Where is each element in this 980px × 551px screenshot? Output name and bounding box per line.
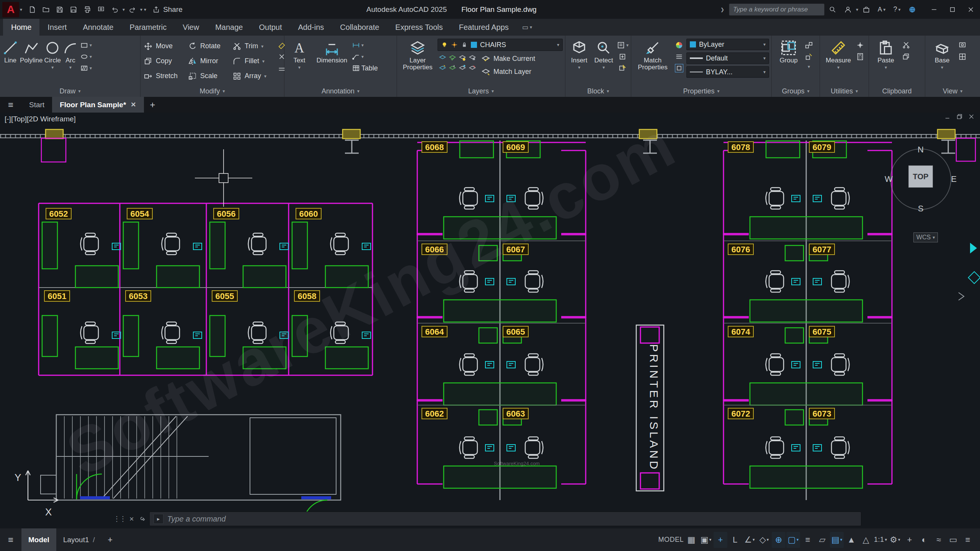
autoscale-icon[interactable]: △ (859, 532, 873, 548)
open-file-button[interactable] (40, 3, 52, 16)
room-label[interactable]: 6073 (809, 408, 835, 419)
tab-view[interactable]: View (175, 19, 207, 36)
desk[interactable] (785, 245, 804, 261)
close-tab-icon[interactable]: ✕ (131, 101, 136, 109)
edit-attributes-button[interactable]: ▾ (617, 41, 629, 49)
viewport-config-button[interactable] (958, 52, 967, 61)
make-current-button[interactable]: Make Current (481, 53, 535, 64)
arc-button[interactable]: Arc ▾ (62, 39, 78, 85)
room-label[interactable]: 6052 (46, 208, 71, 219)
command-customize-wrench-icon[interactable] (138, 515, 145, 523)
dynamic-input-icon[interactable]: + (714, 532, 727, 548)
room-label[interactable]: 6074 (728, 326, 753, 337)
panel-label-clipboard[interactable]: Clipboard (869, 85, 925, 97)
tab-add-ins[interactable]: Add-ins (290, 19, 332, 36)
save-as-button[interactable] (67, 3, 80, 16)
layer-select[interactable]: CHAIRS ▾ (438, 39, 563, 51)
help-button[interactable]: ?▾ (890, 3, 904, 16)
desk[interactable] (750, 466, 862, 488)
room-label[interactable]: 6055 (212, 291, 237, 301)
panel-label-properties[interactable]: Properties▾ (631, 85, 771, 97)
group-edit-button[interactable] (805, 52, 813, 61)
panel-label-utilities[interactable]: Utilities▾ (820, 85, 869, 97)
object-color-select[interactable]: ByLayer▾ (686, 39, 769, 50)
chevron-down-icon[interactable]: ▾ (122, 7, 125, 12)
panel-label-annotation[interactable]: Annotation▾ (284, 85, 397, 97)
layer-state-icon[interactable] (449, 64, 456, 72)
clean-screen-icon[interactable]: ▭ (946, 532, 960, 548)
viewport-controls-label[interactable]: [-][Top][2D Wireframe] (5, 115, 76, 123)
polar-tracking-icon[interactable]: ∠▾ (743, 532, 756, 548)
customization-icon[interactable]: ≡ (961, 532, 975, 548)
drawing-minimize-icon[interactable] (944, 113, 951, 120)
base-view-button[interactable]: Base ▾ (928, 39, 957, 85)
viewcube-top-face[interactable]: TOP (908, 165, 933, 188)
layer-state-icon[interactable] (469, 54, 476, 62)
viewcube-east[interactable]: E (951, 174, 957, 184)
panel-label-block[interactable]: Block▾ (565, 85, 631, 97)
desk[interactable] (479, 410, 497, 425)
linear-dimension-button[interactable]: ▾ (352, 41, 364, 49)
quick-properties-icon[interactable] (675, 64, 683, 72)
panel-label-view[interactable]: View▾ (925, 85, 980, 97)
application-menu-button[interactable]: A (2, 2, 19, 17)
chevron-down-icon[interactable]: ▾ (856, 7, 858, 12)
lineweight-icon[interactable]: ≡ (801, 532, 815, 548)
desk[interactable] (750, 383, 862, 405)
create-block-button[interactable] (618, 52, 627, 61)
desk[interactable] (444, 300, 556, 322)
sign-in-button[interactable] (841, 3, 855, 16)
tab-insert[interactable]: Insert (39, 19, 75, 36)
match-layer-button[interactable]: Match Layer (481, 66, 535, 77)
match-properties-button[interactable]: Match Properties (634, 39, 672, 85)
tab-start[interactable]: Start (21, 97, 52, 113)
viewcube-south[interactable]: S (918, 204, 924, 214)
desk[interactable] (750, 300, 862, 322)
layer-state-icon[interactable] (449, 54, 456, 62)
layout1-tab[interactable]: Layout1/ (56, 528, 102, 551)
desk[interactable] (210, 316, 225, 356)
block-editor-button[interactable] (618, 64, 627, 72)
tab-output[interactable]: Output (251, 19, 290, 36)
room-label[interactable]: 6067 (503, 244, 528, 255)
room-label[interactable]: 6068 (422, 142, 447, 152)
circle-button[interactable]: Circle ▾ (44, 39, 61, 85)
room-label[interactable]: 6063 (503, 408, 528, 419)
selection-cycling-icon[interactable]: ▤▾ (830, 532, 844, 548)
desk[interactable] (243, 347, 286, 369)
drawing-close-icon[interactable] (968, 113, 975, 120)
annotation-scale-button[interactable]: 1:1▾ (874, 532, 887, 548)
autodesk-apps-button[interactable]: A▾ (874, 3, 889, 16)
chevron-down-icon[interactable]: ▾ (140, 7, 142, 12)
close-button[interactable] (962, 1, 980, 18)
tab-manage[interactable]: Manage (207, 19, 251, 36)
tab-express-tools[interactable]: Express Tools (387, 19, 451, 36)
panel-label-layers[interactable]: Layers▾ (397, 85, 565, 97)
model-tab[interactable]: Model (21, 528, 56, 551)
desk[interactable] (157, 266, 199, 288)
desk[interactable] (325, 266, 368, 288)
scale-button[interactable]: Scale (187, 72, 232, 81)
insert-block-button[interactable]: Insert ▾ (568, 39, 591, 85)
desk[interactable] (292, 316, 307, 356)
room-label[interactable]: 6069 (503, 142, 528, 152)
room-label[interactable]: 6072 (728, 408, 753, 419)
customize-qat-icon[interactable]: ▾ (144, 7, 146, 12)
desk[interactable] (42, 316, 57, 356)
new-drawing-tab-button[interactable]: + (144, 97, 162, 113)
floor-plan-canvas[interactable]: 6052605460566060605160536055605860686069… (0, 113, 980, 528)
command-input[interactable]: ▸ Type a command (149, 512, 861, 526)
room-label[interactable]: 6054 (127, 208, 152, 219)
annotation-monitor-icon[interactable]: + (903, 532, 916, 548)
app-store-icon[interactable] (859, 3, 874, 16)
ribbon-display-toggle[interactable]: ▭▾ (517, 19, 537, 36)
save-button[interactable] (54, 3, 66, 16)
layer-properties-button[interactable]: Layer Properties (399, 39, 436, 85)
tab-home[interactable]: Home (3, 19, 39, 36)
plot-button[interactable] (81, 3, 93, 16)
assistant-globe-icon[interactable] (905, 3, 920, 16)
ortho-mode-icon[interactable]: L (728, 532, 742, 548)
leader-button[interactable]: ▾ (352, 52, 364, 61)
tab-collaborate[interactable]: Collaborate (332, 19, 387, 36)
table-button[interactable]: Table (352, 64, 378, 72)
